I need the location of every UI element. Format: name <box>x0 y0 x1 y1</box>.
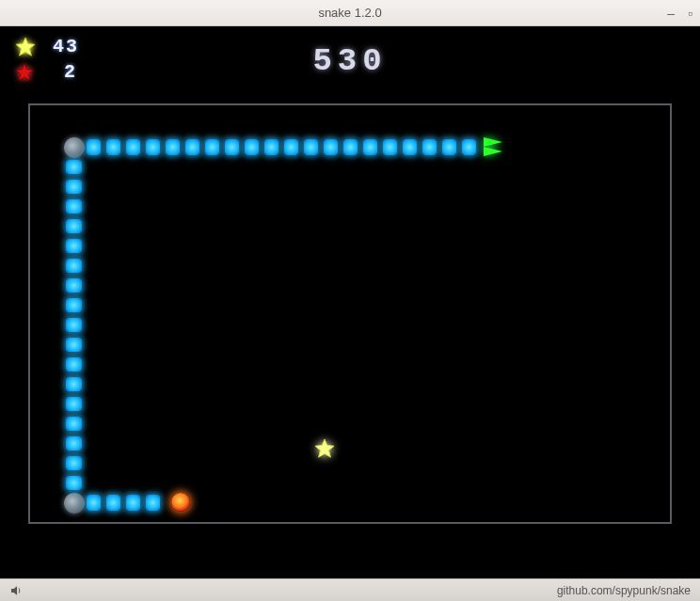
snake-segment <box>166 139 180 155</box>
window-controls: – ▫ <box>667 0 692 25</box>
score-display: 530 <box>0 43 700 79</box>
snake-segment <box>87 139 101 155</box>
snake-segment <box>87 495 101 511</box>
snake-segment <box>324 139 338 155</box>
food-star-icon <box>314 438 335 459</box>
window-maximize-icon[interactable]: ▫ <box>688 7 692 20</box>
snake-segment <box>66 397 82 411</box>
snake-head <box>484 137 510 156</box>
snake-segment <box>245 139 259 155</box>
snake-segment <box>126 495 140 511</box>
snake-segment <box>343 139 358 155</box>
snake-segment <box>383 139 397 155</box>
window-titlebar: snake 1.2.0 – ▫ <box>0 0 700 26</box>
snake-segment <box>66 298 82 312</box>
game-canvas[interactable]: 43 2 530 <box>0 26 700 578</box>
snake-segment <box>264 139 278 155</box>
snake-segment <box>146 139 160 155</box>
snake-segment <box>66 219 82 233</box>
snake-segment <box>126 139 140 155</box>
snake-segment <box>66 357 82 372</box>
snake-segment <box>284 139 298 155</box>
snake-corner <box>64 493 85 514</box>
snake-segment <box>403 139 417 155</box>
snake-segment <box>66 456 82 470</box>
snake-segment <box>66 180 82 194</box>
snake-segment <box>66 318 82 332</box>
snake-segment <box>66 199 82 214</box>
svg-marker-2 <box>315 439 334 457</box>
status-bar: github.com/spypunk/snake <box>0 578 700 601</box>
snake-segment <box>205 139 219 155</box>
snake-segment <box>66 160 82 174</box>
snake-segment <box>185 139 199 155</box>
snake-segment <box>442 139 456 155</box>
snake-segment <box>225 139 239 155</box>
window-title: snake 1.2.0 <box>318 6 381 20</box>
food-bonus-icon <box>171 493 190 512</box>
window-minimize-icon[interactable]: – <box>667 7 675 20</box>
snake-segment <box>66 278 82 293</box>
speaker-icon[interactable] <box>9 583 24 598</box>
snake-segment <box>422 139 437 155</box>
snake-segment <box>106 139 120 155</box>
snake-segment <box>66 259 82 273</box>
snake-segment <box>66 417 82 431</box>
snake-segment <box>106 495 120 511</box>
snake-segment <box>304 139 318 155</box>
snake-segment <box>146 495 160 511</box>
snake-segment <box>66 476 82 490</box>
snake-segment <box>66 436 82 451</box>
repo-link[interactable]: github.com/spypunk/snake <box>557 584 691 597</box>
snake-segment <box>66 239 82 253</box>
snake-segment <box>66 338 82 352</box>
snake-segment <box>66 377 82 391</box>
snake-segment <box>363 139 377 155</box>
playfield <box>28 103 672 524</box>
snake-segment <box>462 139 476 155</box>
snake-corner <box>64 137 85 158</box>
